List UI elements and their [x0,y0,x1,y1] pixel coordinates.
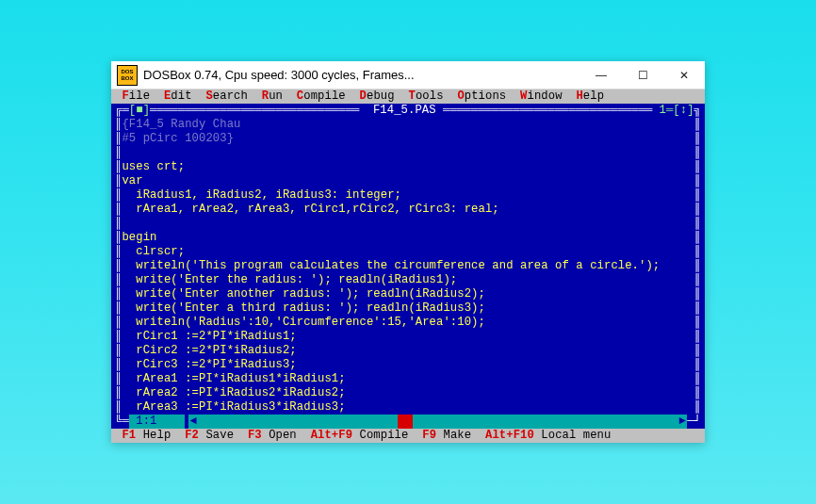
frame-border: ║ [694,160,701,174]
code-text[interactable]: rCirc2 :=2*PI*iRadius2; [122,344,694,358]
code-line[interactable]: ║uses crt;║ [115,160,701,174]
maximize-button[interactable]: ☐ [622,61,663,89]
menubar[interactable]: File Edit Search Run Compile Debug Tools… [111,89,705,104]
menu-label: elp [583,89,604,103]
code-text[interactable]: rArea2 :=PI*iRadius2*iRadius2; [122,386,694,400]
menu-elp[interactable]: Help [576,89,604,103]
code-line[interactable]: ║ iRadius1, iRadius2, iRadius3: integer;… [115,188,701,203]
code-text[interactable]: rArea1, rArea2, rArea3, rCirc1,rCirc2, r… [122,203,694,217]
code-line[interactable]: ║║ [115,146,701,160]
code-line[interactable]: ║ clrscr;║ [115,245,701,259]
fnkey-item[interactable]: F9 Make [422,429,471,442]
editor-status-line: ╚═ 1:1 ◄ ► ─┘ [111,415,705,429]
scroll-left-icon[interactable]: ◄ [188,415,198,429]
menu-hotkey: T [408,89,415,103]
frame-line-left: ══════════════════════════════ [150,104,366,118]
frame-border: ║ [694,344,701,358]
menu-dit[interactable]: Edit [164,89,192,103]
code-text[interactable]: rCirc3 :=2*PI*iRadius3; [122,358,694,372]
code-text[interactable] [122,146,694,160]
frame-border: ║ [115,118,122,132]
code-line[interactable]: ║ write('Enter a third radius: '); readl… [115,301,701,316]
menu-ptions[interactable]: Options [457,89,506,103]
frame-border: ║ [694,188,701,203]
code-text[interactable]: write('Enter a third radius: '); readln(… [122,301,694,316]
dosbox-icon: DOS BOX [117,65,138,86]
frame-border: ║ [115,400,122,415]
code-line[interactable]: ║ rArea1, rArea2, rArea3, rCirc1,rCirc2,… [115,203,701,217]
menu-ebug[interactable]: Debug [360,89,395,103]
fnkey-item[interactable]: Alt+F10 Local menu [485,429,611,442]
frame-border: ║ [694,132,701,146]
code-line[interactable]: ║var║ [115,174,701,188]
code-line[interactable]: ║║ [115,217,701,231]
code-line[interactable]: ║{F14_5 Randy Chau║ [115,118,701,132]
menu-ompile[interactable]: Compile [297,89,346,103]
code-line[interactable]: ║#5 pCirc 100203}║ [115,132,701,146]
code-text[interactable]: writeln('Radius':10,'Circumference':15,'… [122,316,694,330]
frame-border: ║ [694,316,701,330]
menu-indow[interactable]: Window [520,89,563,103]
frame-border: ║ [115,203,122,217]
editor-frame-top: ╔═[■]══════════════════════════════ F14_… [111,104,705,118]
code-text[interactable]: rArea3 :=PI*iRadius3*iRadius3; [122,400,694,415]
fnkey-hot: F3 [248,429,262,442]
code-text[interactable]: rArea1 :=PI*iRadius1*iRadius1; [122,372,694,386]
menu-label: indow [528,89,563,103]
frame-border: ║ [115,273,122,287]
frame-line-right: ══════════════════════════════ [443,104,659,118]
code-editor[interactable]: ║{F14_5 Randy Chau║║#5 pCirc 100203}║║║║… [111,118,705,415]
code-text[interactable]: {F14_5 Randy Chau [122,118,694,132]
frame-border: ║ [694,301,701,316]
horizontal-scrollbar[interactable]: ◄ ► [188,415,687,429]
icon-text-bottom: BOX [121,75,133,82]
menu-label: dit [171,89,191,103]
menu-hotkey: F [122,89,128,103]
code-text[interactable]: iRadius1, iRadius2, iRadius3: integer; [122,188,694,203]
window-number-gadget[interactable]: 1═[↕] [660,104,694,118]
code-text[interactable]: begin [122,231,694,245]
scroll-thumb[interactable] [398,415,413,429]
code-text[interactable]: clrscr; [122,245,694,259]
fnkey-hot: Alt+F9 [311,429,352,442]
code-line[interactable]: ║ write('Enter another radius: '); readl… [115,287,701,301]
fnkey-item[interactable]: F3 Open [248,429,297,442]
menu-un[interactable]: Run [262,89,283,103]
fnkey-item[interactable]: F1 Help [122,429,171,442]
code-line[interactable]: ║ rArea1 :=PI*iRadius1*iRadius1;║ [115,372,701,386]
fnkey-label: Help [136,429,171,442]
code-text[interactable]: var [122,174,694,188]
code-text[interactable]: writeln('This program calculates the cir… [122,259,694,273]
window-close-gadget[interactable]: [■] [129,104,150,118]
frame-border: ║ [115,372,122,386]
code-line[interactable]: ║ rArea2 :=PI*iRadius2*iRadius2;║ [115,386,701,400]
code-line[interactable]: ║ writeln('Radius':10,'Circumference':15… [115,316,701,330]
code-text[interactable] [122,217,694,231]
fnkey-item[interactable]: Alt+F9 Compile [311,429,409,442]
code-line[interactable]: ║ rCirc2 :=2*PI*iRadius2;║ [115,344,701,358]
code-line[interactable]: ║ write('Enter the radius: '); readln(iR… [115,273,701,287]
code-line[interactable]: ║begin║ [115,231,701,245]
code-text[interactable]: write('Enter another radius: '); readln(… [122,287,694,301]
code-text[interactable]: write('Enter the radius: '); readln(iRad… [122,273,694,287]
menu-hotkey: S [205,89,212,103]
menu-ools[interactable]: Tools [408,89,443,103]
frame-bottom-right: ─┘ [687,415,701,429]
frame-border: ║ [115,344,122,358]
code-line[interactable]: ║ rArea3 :=PI*iRadius3*iRadius3;║ [115,400,701,415]
close-button[interactable]: ✕ [663,61,705,89]
code-text[interactable]: uses crt; [122,160,694,174]
code-text[interactable]: #5 pCirc 100203} [122,132,694,146]
code-line[interactable]: ║ rCirc1 :=2*PI*iRadius1;║ [115,330,701,344]
menu-label: un [269,89,283,103]
menu-ile[interactable]: File [122,89,150,103]
code-text[interactable]: rCirc1 :=2*PI*iRadius1; [122,330,694,344]
titlebar[interactable]: DOS BOX DOSBox 0.74, Cpu speed: 3000 cyc… [111,61,705,89]
scroll-right-icon[interactable]: ► [677,415,687,429]
code-line[interactable]: ║ rCirc3 :=2*PI*iRadius3;║ [115,358,701,372]
frame-border: ║ [115,188,122,203]
fnkey-hot: F1 [122,429,136,442]
code-line[interactable]: ║ writeln('This program calculates the c… [115,259,701,273]
menu-earch[interactable]: Search [205,89,248,103]
minimize-button[interactable]: — [580,61,622,89]
